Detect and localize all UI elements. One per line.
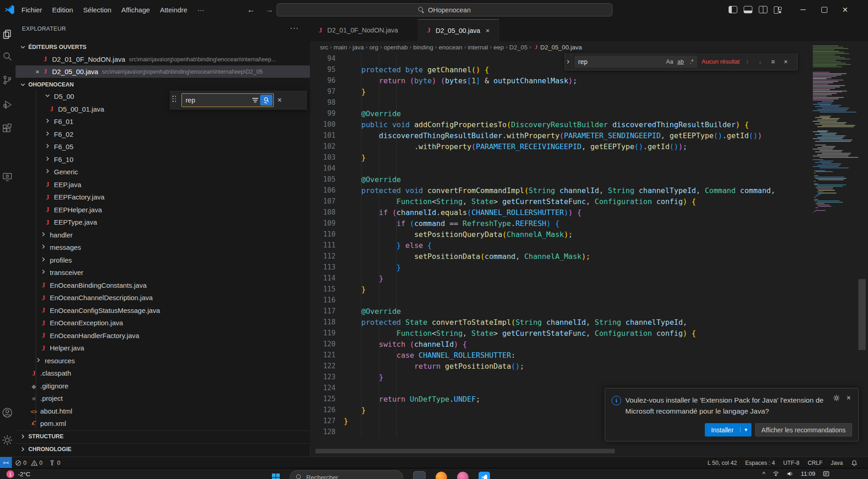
install-button[interactable]: Installer ▼ [705,423,751,436]
tree-item-generic[interactable]: Generic [16,166,310,178]
breadcrumb-item[interactable]: internal [468,44,488,51]
close-window-button[interactable]: ✕ [835,0,856,19]
account-icon[interactable] [0,406,14,420]
breadcrumb-item[interactable]: openhab [384,44,408,51]
install-dropdown-chevron-icon[interactable]: ▼ [740,427,751,432]
breadcrumb[interactable]: src›main›java›org›openhab›binding›enocea… [310,41,811,53]
extensions-icon[interactable] [0,122,14,135]
maximize-button[interactable] [814,0,835,19]
tree-item-pom-xml[interactable]: pom.xml [16,417,310,430]
toggle-secondary-sidebar-icon[interactable] [759,6,767,13]
tree-item-about-html[interactable]: <>about.html [16,405,310,417]
remote-explorer-icon[interactable] [0,170,14,184]
tree-item-eephelper-java[interactable]: JEEPHelper.java [16,204,310,216]
open-editors-header[interactable]: ÉDITEURS OUVERTS [16,41,310,53]
code-editor[interactable]: 9495 protected byte getChannel() {96 ret… [310,53,811,446]
language-mode-status[interactable]: Java [827,457,847,468]
tree-item-f6-01[interactable]: F6_01 [16,115,310,128]
ports-status[interactable]: 0 [46,457,64,468]
settings-gear-icon[interactable] [0,433,14,447]
tree-item-f6-10[interactable]: F6_10 [16,153,310,166]
tab-d2_05_00.java[interactable]: JD2_05_00.java× [418,19,499,41]
tree-item-f6-05[interactable]: F6_05 [16,140,310,153]
tree-item--gitignore[interactable]: ◆.gitignore [16,380,310,392]
tree-item--project[interactable]: ≡.project [16,392,310,404]
run-debug-icon[interactable] [0,98,14,112]
app-icon-window[interactable] [413,471,426,479]
tree-item-eeptype-java[interactable]: JEEPType.java [16,216,310,228]
cursor-position-status[interactable]: L 50, col 42 [703,457,741,468]
app-icon-firefox[interactable] [436,472,447,479]
fuzzy-match-toggle[interactable] [260,95,272,106]
notification-settings-gear-icon[interactable] [833,394,840,404]
scrollbar-thumb[interactable] [858,279,866,350]
timeline-section-header[interactable]: CHRONOLOGIE [16,443,310,455]
windows-start-icon[interactable] [272,474,280,479]
show-recommendations-button[interactable]: Afficher les recommandations [755,423,852,436]
clock-label[interactable]: 11:09 [801,470,815,477]
horizontal-scrollbar-thumb[interactable] [315,449,615,453]
tab-d2_01_0f_nodon.java[interactable]: JD2_01_0F_NodON.java [310,19,418,41]
tree-item-messages[interactable]: messages [16,241,310,253]
app-icon-vscode[interactable] [479,472,490,479]
tree-item-profiles[interactable]: profiles [16,254,310,266]
forward-arrow-button[interactable]: → [265,5,273,15]
tree-item--classpath[interactable]: J.classpath [16,367,310,379]
volume-icon[interactable] [787,470,793,477]
find-in-selection-button[interactable]: ≡ [768,58,778,65]
tree-item-enoceanchanneldescription-java[interactable]: JEnOceanChannelDescription.java [16,291,310,304]
customize-layout-icon[interactable] [774,6,782,13]
tree-item-enoceanconfigstatusmessage-java[interactable]: JEnOceanConfigStatusMessage.java [16,304,310,317]
notification-center-icon[interactable] [823,470,830,477]
whole-word-toggle[interactable]: ab [675,59,686,65]
tree-item-resources[interactable]: resources [16,355,310,367]
minimize-button[interactable]: ─ [793,0,814,19]
previous-match-button[interactable]: ↑ [742,58,752,65]
problems-status[interactable]: 0 0 [12,457,46,468]
tree-item-enoceanhandlerfactory-java[interactable]: JEnOceanHandlerFactory.java [16,329,310,342]
tree-item-enoceanbindingconstants-java[interactable]: JEnOceanBindingConstants.java [16,279,310,291]
structure-section-header[interactable]: STRUCTURE [16,431,310,442]
source-control-icon[interactable] [0,73,14,87]
back-arrow-button[interactable]: ← [247,5,255,15]
toggle-replace-chevron-ic[interactable] [565,53,572,70]
encoding-status[interactable]: UTF-8 [779,457,804,468]
tree-filter-input[interactable]: rep [181,93,274,107]
notification-close-icon[interactable]: × [847,394,851,402]
breadcrumb-file[interactable]: D2_05_00.java [540,44,582,51]
toggle-sidebar-icon[interactable] [729,6,737,13]
app-icon-pink[interactable] [457,472,469,479]
menu-edition[interactable]: Edition [47,4,78,16]
tree-item-eepfactory-java[interactable]: JEEPFactory.java [16,191,310,203]
notifications-bell-icon[interactable] [847,457,862,468]
breadcrumb-item[interactable]: org [369,44,378,51]
tree-item-helper-java[interactable]: JHelper.java [16,342,310,354]
sidebar-more-actions-button[interactable]: ··· [290,24,299,33]
close-icon[interactable]: × [277,96,282,104]
tree-item-handler[interactable]: handler [16,229,310,241]
tree-item-f6-02[interactable]: F6_02 [16,128,310,140]
breadcrumb-item[interactable]: main [334,44,347,51]
indentation-status[interactable]: Espaces : 4 [741,457,779,468]
tree-item-transceiver[interactable]: transceiver [16,266,310,279]
vertical-scrollbar[interactable] [857,41,868,446]
find-input[interactable]: rep Aa ab .* [575,56,697,68]
network-icon[interactable] [772,470,779,477]
filter-icon[interactable] [252,97,258,103]
taskbar-search-box[interactable]: Rechercher [290,470,403,479]
match-case-toggle[interactable]: Aa [664,59,675,65]
weather-widget[interactable]: 1 -2°C [6,470,30,478]
regex-toggle[interactable]: .* [686,59,697,65]
tree-item-eep-java[interactable]: JEEP.java [16,178,310,191]
breadcrumb-item[interactable]: enocean [439,44,463,51]
breadcrumb-item[interactable]: src [320,44,328,51]
minimap[interactable] [811,41,857,446]
menu-overflow[interactable]: ··· [192,4,209,16]
search-view-icon[interactable] [0,49,14,63]
project-root-header[interactable]: OHOPENOCEAN [16,79,310,91]
eol-status[interactable]: CRLF [804,457,827,468]
remote-indicator[interactable]: >< [0,457,12,468]
breadcrumb-item[interactable]: java [352,44,364,51]
open-editor-row[interactable]: ×JD2_01_0F_NodON.javasrc\main\java\org\o… [16,53,310,65]
breadcrumb-item[interactable]: D2_05 [509,44,527,51]
